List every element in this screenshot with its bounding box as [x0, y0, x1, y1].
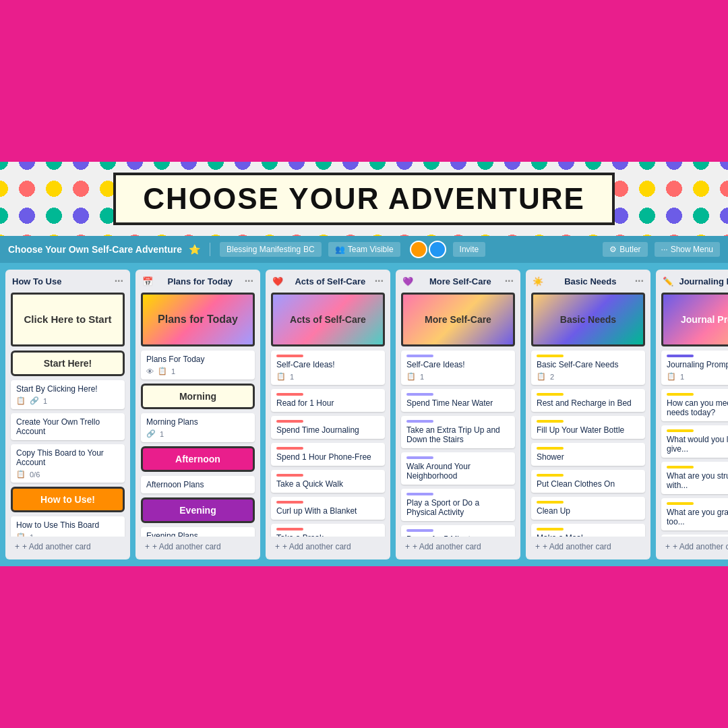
- column-basic: ☀️ Basic Needs ··· Basic Needs Basic Sel…: [526, 270, 650, 559]
- column-menu-basic[interactable]: ···: [635, 275, 644, 287]
- card-copy-board[interactable]: Copy This Board to Your Account 📋 0/6: [11, 444, 125, 483]
- sc-icon: 📋: [276, 372, 286, 381]
- card-near-water[interactable]: Spend Time Near Water: [401, 389, 515, 412]
- column-body-plans: Plans for Today Plans For Today 👁 📋 1 Mo…: [135, 290, 260, 537]
- card-basic-image[interactable]: Basic Needs: [531, 293, 645, 346]
- card-clean-clothes[interactable]: Put Clean Clothes On: [531, 470, 645, 493]
- clean-up-text: Clean Up: [537, 506, 570, 516]
- column-body-basic: Basic Needs Basic Self-Care Needs 📋 2 Re…: [526, 290, 650, 537]
- basic-icon: ☀️: [533, 276, 543, 286]
- plans-meta-count: 1: [171, 367, 175, 375]
- card-journaling-prompts[interactable]: Journaling Prompts 📋 1: [661, 351, 728, 385]
- card-plans-for-today[interactable]: Plans For Today 👁 📋 1: [141, 351, 255, 380]
- add-label-plans: + Add another card: [152, 542, 221, 551]
- column-more: 💜 More Self-Care ··· More Self-Care Self…: [396, 270, 520, 559]
- card-how-to-use-text[interactable]: How to Use This Board 📋 1: [11, 516, 125, 537]
- card-htu-count: 1: [30, 533, 34, 537]
- card-how-to-use[interactable]: How to Use!: [11, 487, 125, 512]
- add-card-acts[interactable]: + + Add another card: [268, 538, 388, 555]
- card-start-here[interactable]: Start Here!: [11, 351, 125, 376]
- column-menu-more[interactable]: ···: [505, 275, 514, 287]
- card-evening-plans[interactable]: Evening Plans 🔗 2: [141, 527, 255, 537]
- show-menu-button[interactable]: ··· Show Menu: [655, 242, 720, 257]
- would-like-text: What would you like to give...: [667, 435, 728, 454]
- sport-text: Play a Sport or Do a Physical Activity: [406, 498, 479, 517]
- card-basic-needs[interactable]: Basic Self-Care Needs 📋 2: [531, 351, 645, 385]
- column-body-how-to-use: Click Here to Start Start Here! Start By…: [5, 290, 130, 537]
- card-htu-meta: 📋 1: [16, 533, 119, 537]
- add-card-basic[interactable]: + + Add another card: [528, 538, 648, 555]
- card-sport[interactable]: Play a Sport or Do a Physical Activity: [401, 489, 515, 521]
- morning-meta-count: 1: [160, 430, 164, 438]
- add-card-more[interactable]: + + Add another card: [398, 538, 518, 555]
- invite-button[interactable]: Invite: [453, 242, 486, 257]
- card-walk[interactable]: Take a Quick Walk: [271, 470, 385, 493]
- sport-bar: [406, 493, 433, 495]
- card-create-trello[interactable]: Create Your Own Trello Account: [11, 413, 125, 440]
- column-body-journal: Journal Prompts Journaling Prompts 📋 1 H…: [656, 290, 728, 537]
- card-break[interactable]: Take a Break: [271, 524, 385, 537]
- card-afternoon[interactable]: Afternoon: [141, 446, 255, 472]
- card-clicking[interactable]: Start By Clicking Here! 📋 🔗 1: [11, 380, 125, 409]
- card-neighborhood[interactable]: Walk Around Your Neighborhood: [401, 452, 515, 485]
- adventure-title: CHOOSE YOUR ADVENTURE: [143, 182, 585, 215]
- add-label-more: + Add another card: [413, 542, 481, 551]
- rest-text: Rest and Recharge in Bed: [537, 398, 632, 408]
- column-journal: ✏️ Journaling Prompts ··· Journal Prompt…: [656, 270, 728, 559]
- card-morning[interactable]: Morning: [141, 384, 255, 409]
- card-phone-free[interactable]: Spend 1 Hour Phone-Free: [271, 443, 385, 466]
- butler-button[interactable]: ⚙ Butler: [603, 242, 647, 257]
- neighborhood-text: Walk Around Your Neighborhood: [406, 462, 471, 481]
- team-button[interactable]: Blessing Manifesting BC: [220, 242, 322, 257]
- card-morning-plans[interactable]: Morning Plans 🔗 1: [141, 413, 255, 442]
- card-water-bottle[interactable]: Fill Up Your Water Bottle: [531, 416, 645, 439]
- card-blanket[interactable]: Curl up With a Blanket: [271, 497, 385, 520]
- sc-count: 1: [290, 373, 294, 381]
- card-more-image[interactable]: More Self-Care: [401, 293, 515, 346]
- card-click-here[interactable]: Click Here to Start: [11, 293, 125, 346]
- more-icon: 💜: [402, 276, 413, 286]
- card-dance[interactable]: Dance for 5 Minutes: [401, 525, 515, 537]
- card-afternoon-plans[interactable]: Afternoon Plans: [141, 476, 255, 493]
- card-read[interactable]: Read for 1 Hour: [271, 389, 385, 412]
- card-clean-up[interactable]: Clean Up: [531, 497, 645, 520]
- morning-label: Morning: [179, 391, 216, 402]
- column-title-how-to-use: How To Use: [12, 276, 61, 286]
- column-menu-acts[interactable]: ···: [375, 275, 384, 287]
- add-icon-how-to-use: +: [15, 542, 20, 551]
- card-struggling[interactable]: What are you struggling with...: [661, 462, 728, 494]
- water-text: Spend Time Near Water: [406, 398, 493, 408]
- add-card-how-to-use[interactable]: + + Add another card: [8, 538, 127, 555]
- column-title-plans: Plans for Today: [168, 276, 233, 286]
- card-evening[interactable]: Evening: [141, 497, 255, 523]
- add-card-journal[interactable]: + + Add another card: [659, 538, 728, 555]
- card-more-self-care[interactable]: Self-Care Ideas! 📋 1: [401, 351, 515, 385]
- shower-text: Shower: [537, 452, 564, 462]
- struggling-bar: [667, 466, 694, 468]
- card-acts-image[interactable]: Acts of Self-Care: [271, 293, 385, 346]
- column-menu-plans[interactable]: ···: [245, 275, 253, 287]
- card-meal[interactable]: Make a Meal: [531, 524, 645, 537]
- card-stairs[interactable]: Take an Extra Trip Up and Down the Stair…: [401, 416, 515, 448]
- card-shower[interactable]: Shower: [531, 443, 645, 466]
- column-how-to-use: How To Use ··· Click Here to Start Start…: [5, 270, 130, 559]
- card-journaling[interactable]: Spend Time Journaling: [271, 416, 385, 439]
- card-rest[interactable]: Rest and Recharge in Bed: [531, 389, 645, 412]
- add-card-plans[interactable]: + + Add another card: [138, 538, 257, 555]
- plans-icon: 📅: [142, 276, 153, 286]
- grateful-text: What are you grateful for too...: [667, 508, 728, 526]
- team-visible-button[interactable]: 👥 Team Visible: [328, 242, 400, 257]
- card-journal-image[interactable]: Journal Prompts: [661, 293, 728, 346]
- blanket-text: Curl up With a Blanket: [276, 506, 357, 516]
- card-self-care-ideas[interactable]: Self-Care Ideas! 📋 1: [271, 351, 385, 385]
- star-icon[interactable]: ⭐: [189, 244, 200, 255]
- card-grateful[interactable]: What are you grateful for too...: [661, 498, 728, 530]
- more-sc-count: 1: [420, 373, 424, 381]
- column-menu-how-to-use[interactable]: ···: [115, 275, 123, 287]
- shower-bar: [537, 447, 564, 450]
- card-neglecting[interactable]: How are you neglecting your needs?: [661, 535, 728, 537]
- card-meet-needs[interactable]: How can you meet your needs today?: [661, 389, 728, 421]
- card-plans-image[interactable]: Plans for Today: [141, 293, 255, 346]
- card-clicking-text: Start By Clicking Here!: [16, 384, 98, 394]
- card-would-like[interactable]: What would you like to give...: [661, 425, 728, 458]
